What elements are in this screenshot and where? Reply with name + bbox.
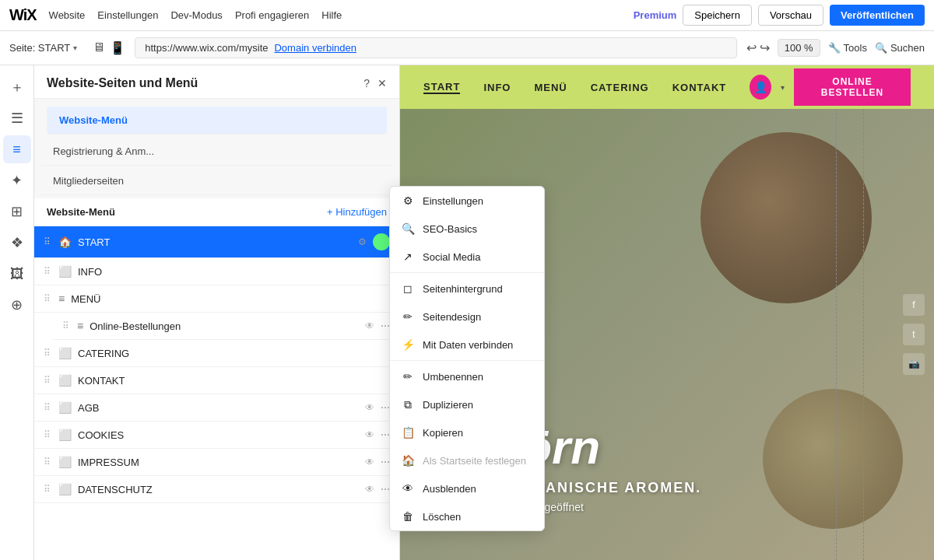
menu-item-label-cookies: COOKIES [78,429,359,441]
separator-2 [390,360,544,361]
drag-handle-icon: ⠿ [44,348,51,359]
menu-item-label-catering: CATERING [78,348,390,359]
add-page-button[interactable]: + Hinzufügen [327,206,387,218]
menu-item-agb[interactable]: ⠿ ⬜ AGB 👁 ⋯ [34,394,399,422]
publish-button[interactable]: Veröffentlichen [830,5,925,26]
left-sidebar: ＋ ☰ ≡ ✦ ⊞ ❖ 🖼 ⊕ [0,65,34,560]
more-icon[interactable]: ⊕ [3,291,31,319]
components-icon[interactable]: ❖ [3,229,31,257]
nav-profi[interactable]: Profi engagieren [235,9,309,21]
instagram-icon[interactable]: 📷 [903,353,925,375]
panel: Website-Seiten und Menü ? ✕ Website-Menü… [34,65,400,560]
page-icon: ⬜ [58,429,72,441]
preview-nav-catering[interactable]: CATERING [591,82,649,93]
context-seo[interactable]: 🔍 SEO-Basics [390,215,544,243]
tab-member-pages[interactable]: Mitgliederseiten [40,167,393,195]
context-menu: ⚙ Einstellungen 🔍 SEO-Basics ↗ Social Me… [389,186,545,531]
page-icon: ⬜ [58,374,72,387]
context-ausblenden[interactable]: 👁 Ausblenden [390,474,544,502]
save-button[interactable]: Speichern [683,5,752,26]
item-settings-icon[interactable]: ⚙ [358,236,367,247]
apps-icon[interactable]: ⊞ [3,198,31,226]
menu-item-label-start: START [78,236,352,248]
menu-item-label-datenschutz: DATENSCHUTZ [78,484,359,495]
hidden-icon: 👁 [365,429,374,440]
context-design[interactable]: ✏ Seitendesign [390,303,544,331]
panel-help-button[interactable]: ? [363,77,370,89]
premium-button[interactable]: Premium [634,9,677,21]
panel-close-button[interactable]: ✕ [377,77,387,89]
social-icons-bar: f t 📷 [903,294,925,375]
drag-handle-icon: ⠿ [44,236,51,247]
top-bar-right: Premium Speichern Vorschau Veröffentlich… [634,5,925,26]
page-icon: ≡ [77,320,83,332]
preview-nav-kontakt[interactable]: KONTAKT [672,82,727,93]
desktop-icon[interactable]: 🖥 [93,40,105,55]
menu-item-kontakt[interactable]: ⠿ ⬜ KONTAKT [34,367,399,394]
context-hintergrund[interactable]: ◻ Seitenhintergrund [390,275,544,303]
hidden-icon: 👁 [365,484,374,495]
media-icon[interactable]: 🖼 [3,260,31,288]
panel-tabs: Website-Menü Registrierung & Anm... Mitg… [34,99,399,198]
context-daten[interactable]: ⚡ Mit Daten verbinden [390,331,544,359]
context-duplizieren[interactable]: ⧉ Duplizieren [390,390,544,418]
menu-item-impressum[interactable]: ⠿ ⬜ IMPRESSUM 👁 ⋯ [34,449,399,476]
nav-website[interactable]: Website [49,9,86,21]
preview-button[interactable]: Vorschau [758,5,823,26]
domain-connect-link[interactable]: Domain verbinden [274,42,356,54]
add-element-icon[interactable]: ＋ [3,73,31,101]
hidden-icon: 👁 [365,457,374,467]
page-icon: ⬜ [58,401,72,414]
panel-title: Website-Seiten und Menü [47,76,198,90]
undo-button[interactable]: ↩ [746,40,757,55]
page-label[interactable]: Seite: START ▾ [9,42,77,54]
page-icon: ⬜ [58,265,72,278]
online-bestellen-button[interactable]: ONLINE BESTELLEN [794,68,911,106]
menu-item-cookies[interactable]: ⠿ ⬜ COOKIES 👁 ⋯ [34,422,399,449]
design-icon[interactable]: ✦ [3,166,31,194]
tab-registration[interactable]: Registrierung & Anm... [40,138,393,166]
context-loeschen[interactable]: 🗑 Löschen [390,502,544,530]
search-button[interactable]: 🔍 Suchen [875,42,925,54]
tools-button[interactable]: 🔧 Tools [828,42,867,54]
menu-item-start[interactable]: ⠿ 🏠 START ⚙ [34,226,399,258]
wix-logo: WiX [9,6,37,24]
nav-hilfe[interactable]: Hilfe [321,9,342,21]
tab-website-menu[interactable]: Website-Menü [47,107,387,135]
menu-icon[interactable]: ≡ [3,135,31,163]
menu-item-label-kontakt: KONTAKT [78,375,390,387]
background-icon: ◻ [401,282,415,296]
context-social[interactable]: ↗ Social Media [390,243,544,271]
nav-dev[interactable]: Dev-Modus [170,9,222,21]
menu-item-info[interactable]: ⠿ ⬜ INFO [34,258,399,285]
delete-icon: 🗑 [401,509,415,523]
menu-section-header: Website-Menü + Hinzufügen [34,198,399,226]
menu-item-label-info: INFO [78,266,390,278]
context-einstellungen[interactable]: ⚙ Einstellungen [390,187,544,215]
nav-einstellungen[interactable]: Einstellungen [97,9,158,21]
copy-icon: 📋 [401,425,415,439]
separator-1 [390,272,544,273]
context-kopieren[interactable]: 📋 Kopieren [390,418,544,446]
undo-redo-group: ↩ ↪ [746,40,770,55]
twitter-icon[interactable]: t [903,324,925,345]
page-icon: ≡ [58,292,65,305]
facebook-icon[interactable]: f [903,294,925,316]
menu-section-title: Website-Menü [47,206,115,218]
mobile-icon[interactable]: 📱 [110,40,125,55]
redo-button[interactable]: ↪ [760,40,770,55]
menu-item-online-bestellungen[interactable]: ⠿ ≡ Online-Bestellungen 👁 ⋯ [53,313,399,340]
preview-nav-info[interactable]: INFO [483,82,511,93]
preview-nav-start[interactable]: START [423,81,460,94]
zoom-button[interactable]: 100 % [778,39,820,57]
preview-nav-menu[interactable]: MENÜ [534,82,567,93]
menu-item-label-agb: AGB [78,402,359,414]
page-icon: ⬜ [58,347,72,359]
pages-icon[interactable]: ☰ [3,104,31,132]
menu-item-label-online: Online-Bestellungen [90,320,359,332]
context-umbenennen[interactable]: ✏ Umbenennen [390,362,544,390]
menu-item-catering[interactable]: ⠿ ⬜ CATERING [34,340,399,367]
menu-item-menu[interactable]: ⠿ ≡ MENÜ [34,285,399,313]
context-startseite[interactable]: 🏠 Als Startseite festlegen [390,446,544,474]
menu-item-datenschutz[interactable]: ⠿ ⬜ DATENSCHUTZ 👁 ⋯ [34,476,399,503]
